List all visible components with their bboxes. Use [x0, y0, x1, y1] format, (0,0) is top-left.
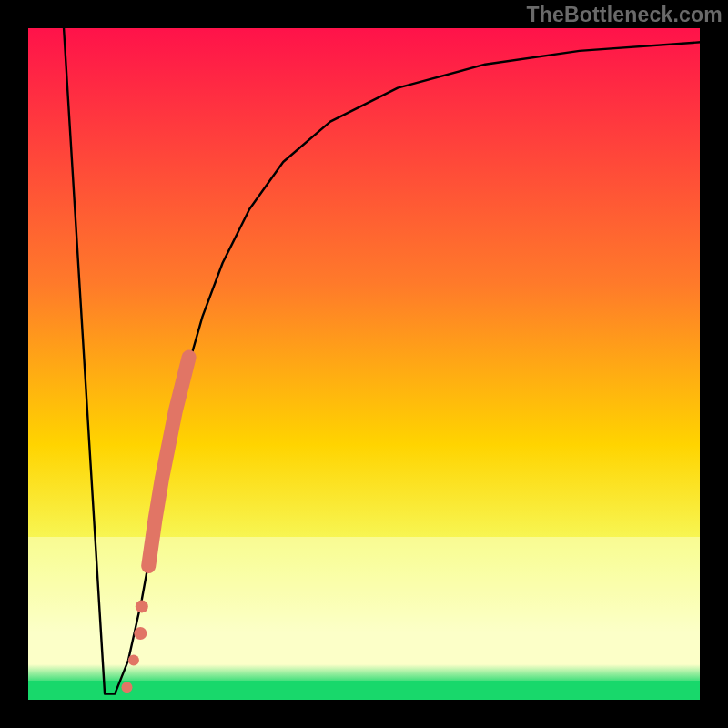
marker-dot [134, 627, 147, 640]
chart-svg [0, 0, 728, 728]
green-fade [27, 664, 701, 681]
marker-dot [122, 682, 133, 693]
marker-dot [136, 600, 148, 612]
marker-dot [128, 655, 139, 666]
watermark-text: TheBottleneck.com [526, 3, 723, 27]
chart-root: TheBottleneck.com [0, 0, 728, 728]
